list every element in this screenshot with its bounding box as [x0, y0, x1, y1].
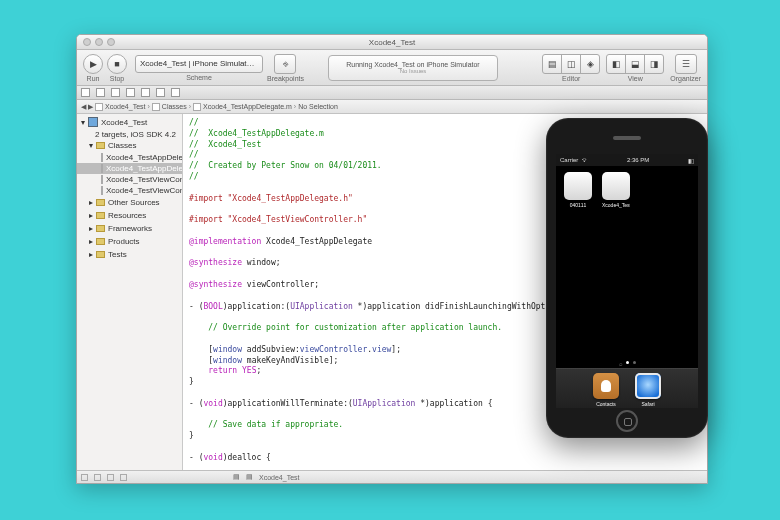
jump-bar[interactable]: ◀ ▶ Xcode4_Test › Classes › Xcode4_TestA… — [77, 100, 707, 114]
nav-group[interactable]: ▸Frameworks — [77, 222, 182, 235]
search-page-dot-icon[interactable] — [619, 361, 622, 364]
toggle-navigator-button[interactable]: ◧ — [606, 54, 626, 74]
contacts-icon[interactable] — [593, 373, 619, 399]
log-navigator-icon[interactable] — [171, 88, 180, 97]
organizer-label: Organizer — [670, 75, 701, 82]
jump-item-1[interactable]: Classes — [162, 103, 187, 110]
generic-app-icon[interactable] — [602, 172, 630, 200]
close-icon[interactable] — [83, 38, 91, 46]
nav-group[interactable]: ▾Classes — [77, 139, 182, 152]
project-name: Xcode4_Test — [101, 118, 147, 127]
iphone-simulator: Carrier ᯤ 2:36 PM ▮▯ 040111 Xcode4_Test — [546, 118, 708, 438]
dock-app-safari[interactable]: Safari — [634, 373, 662, 407]
file-label: Xcode4_TestViewController.h — [106, 175, 182, 184]
file-icon — [101, 186, 103, 195]
assistant-editor-button[interactable]: ◫ — [561, 54, 581, 74]
page-indicator[interactable] — [556, 361, 698, 364]
simulator-screen[interactable]: Carrier ᯤ 2:36 PM ▮▯ 040111 Xcode4_Test — [556, 154, 698, 408]
generic-app-icon[interactable] — [564, 172, 592, 200]
dock-label: Safari — [634, 401, 662, 407]
page-dot-icon[interactable] — [633, 361, 636, 364]
file-label: Xcode4_TestAppDelegate.m — [106, 164, 182, 173]
symbol-navigator-icon[interactable] — [96, 88, 105, 97]
scm-icon[interactable] — [120, 474, 127, 481]
run-button[interactable]: ▶ — [83, 54, 103, 74]
issue-navigator-icon[interactable] — [126, 88, 135, 97]
forward-icon[interactable]: ▶ — [88, 103, 93, 111]
back-icon[interactable]: ◀ — [81, 103, 86, 111]
view-label: View — [628, 75, 643, 82]
nav-group[interactable]: ▸Resources — [77, 209, 182, 222]
project-meta: 2 targets, iOS SDK 4.2 — [77, 130, 182, 139]
nav-file[interactable]: Xcode4_TestViewController.h — [77, 174, 182, 185]
project-navigator-icon[interactable] — [81, 88, 90, 97]
add-icon[interactable] — [81, 474, 88, 481]
disclosure-triangle-icon[interactable]: ▾ — [89, 141, 93, 150]
nav-group[interactable]: ▸Tests — [77, 248, 182, 261]
page-dot-icon[interactable] — [626, 361, 629, 364]
zoom-icon[interactable] — [107, 38, 115, 46]
window-controls[interactable] — [83, 38, 115, 46]
stop-button[interactable]: ■ — [107, 54, 127, 74]
disclosure-triangle-icon[interactable]: ▸ — [89, 211, 93, 220]
earpiece-icon — [613, 136, 641, 140]
nav-file[interactable]: Xcode4_TestAppDelegate.h — [77, 152, 182, 163]
nav-group[interactable]: ▸Other Sources — [77, 196, 182, 209]
nav-file[interactable]: Xcode4_TestAppDelegate.m — [77, 163, 182, 174]
file-icon — [101, 164, 103, 173]
recent-icon[interactable] — [107, 474, 114, 481]
bottom-bar: ▤▤ Xcode4_Test — [77, 470, 707, 483]
standard-editor-button[interactable]: ▤ — [542, 54, 562, 74]
search-navigator-icon[interactable] — [111, 88, 120, 97]
disclosure-triangle-icon[interactable]: ▸ — [89, 250, 93, 259]
jump-item-3[interactable]: No Selection — [298, 103, 338, 110]
group-label: Classes — [108, 141, 136, 150]
breakpoint-navigator-icon[interactable] — [156, 88, 165, 97]
dock-label: Contacts — [592, 401, 620, 407]
battery-icon: ▮▯ — [688, 157, 694, 164]
app-icon[interactable]: 040111 — [564, 172, 592, 208]
safari-icon[interactable] — [635, 373, 661, 399]
chevron-right-icon: › — [189, 103, 191, 110]
disclosure-triangle-icon[interactable]: ▸ — [89, 224, 93, 233]
disclosure-triangle-icon[interactable]: ▸ — [89, 198, 93, 207]
dock-app-contacts[interactable]: Contacts — [592, 373, 620, 407]
window-title: Xcode4_Test — [369, 38, 415, 47]
project-icon — [95, 103, 103, 111]
bottom-file-label: Xcode4_Test — [259, 474, 299, 481]
dock: Contacts Safari — [556, 368, 698, 408]
disclosure-triangle-icon[interactable]: ▾ — [81, 118, 85, 127]
organizer-button[interactable]: ☰ — [675, 54, 697, 74]
jump-item-2[interactable]: Xcode4_TestAppDelegate.m — [203, 103, 292, 110]
filter-icon[interactable] — [94, 474, 101, 481]
breakpoints-label: Breakpoints — [267, 75, 304, 82]
app-label: Xcode4_Test — [602, 202, 630, 208]
file-icon — [101, 175, 103, 184]
minimize-icon[interactable] — [95, 38, 103, 46]
toggle-utilities-button[interactable]: ◨ — [644, 54, 664, 74]
group-label: Other Sources — [108, 198, 160, 207]
debug-navigator-icon[interactable] — [141, 88, 150, 97]
group-label: Tests — [108, 250, 127, 259]
chevron-right-icon: › — [294, 103, 296, 110]
statusbar-time: 2:36 PM — [627, 157, 649, 163]
chevron-right-icon: › — [147, 103, 149, 110]
stop-label: Stop — [110, 75, 124, 82]
toggle-debug-button[interactable]: ⬓ — [625, 54, 645, 74]
version-editor-button[interactable]: ◈ — [580, 54, 600, 74]
scheme-selector[interactable]: Xcode4_Test | iPhone Simulat… — [135, 55, 263, 73]
activity-sub: No Issues — [400, 68, 427, 74]
editor-mode-segment[interactable]: ▤ ◫ ◈ — [542, 54, 600, 74]
project-navigator[interactable]: ▾ Xcode4_Test 2 targets, iOS SDK 4.2 ▾Cl… — [77, 114, 183, 470]
home-button[interactable] — [616, 410, 638, 432]
view-segment[interactable]: ◧ ⬓ ◨ — [606, 54, 664, 74]
file-icon — [193, 103, 201, 111]
group-label: Products — [108, 237, 140, 246]
nav-file[interactable]: Xcode4_TestViewController.m — [77, 185, 182, 196]
disclosure-triangle-icon[interactable]: ▸ — [89, 237, 93, 246]
app-icon[interactable]: Xcode4_Test — [602, 172, 630, 208]
project-root[interactable]: ▾ Xcode4_Test — [77, 114, 182, 130]
jump-item-0[interactable]: Xcode4_Test — [105, 103, 145, 110]
breakpoints-button[interactable]: ⎆ — [274, 54, 296, 74]
nav-group[interactable]: ▸Products — [77, 235, 182, 248]
